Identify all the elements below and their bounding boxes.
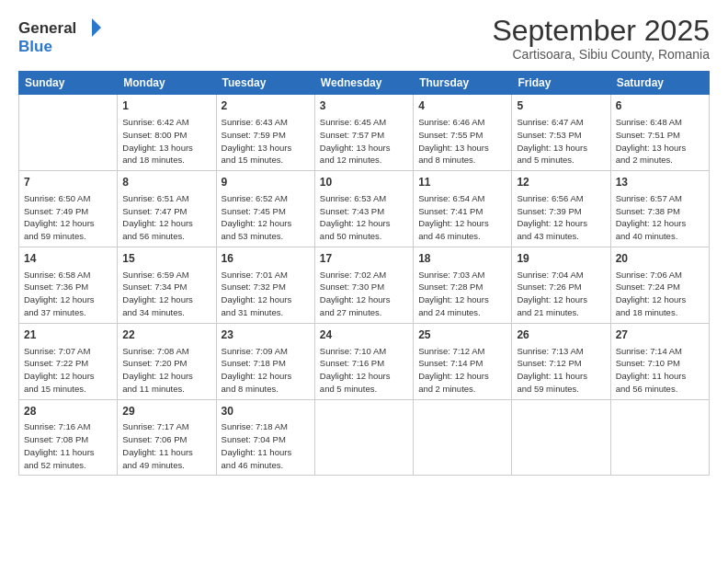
day-number: 18: [418, 251, 506, 267]
day-info: Sunrise: 7:02 AM Sunset: 7:30 PM Dayligh…: [320, 269, 408, 319]
table-row: [512, 399, 610, 476]
day-info: Sunrise: 7:18 AM Sunset: 7:04 PM Dayligh…: [222, 420, 310, 471]
title-block: September 2025 Cartisoara, Sibiu County,…: [492, 15, 710, 62]
table-row: 22Sunrise: 7:08 AM Sunset: 7:20 PM Dayli…: [118, 323, 216, 399]
day-number: 9: [222, 175, 310, 190]
day-info: Sunrise: 6:58 AM Sunset: 7:36 PM Dayligh…: [24, 269, 112, 319]
day-number: 2: [222, 98, 310, 114]
day-info: Sunrise: 7:16 AM Sunset: 7:08 PM Dayligh…: [24, 420, 112, 471]
table-row: 4Sunrise: 6:46 AM Sunset: 7:55 PM Daylig…: [414, 95, 512, 171]
day-number: 6: [616, 98, 704, 114]
day-info: Sunrise: 7:09 AM Sunset: 7:18 PM Dayligh…: [222, 345, 310, 396]
day-number: 28: [24, 404, 112, 419]
table-row: 3Sunrise: 6:45 AM Sunset: 7:57 PM Daylig…: [314, 95, 413, 171]
day-number: 14: [24, 251, 112, 267]
col-saturday: Saturday: [610, 72, 709, 95]
col-friday: Friday: [512, 72, 610, 95]
svg-marker-1: [92, 18, 101, 37]
day-info: Sunrise: 6:56 AM Sunset: 7:39 PM Dayligh…: [517, 192, 605, 243]
table-row: 12Sunrise: 6:56 AM Sunset: 7:39 PM Dayli…: [512, 171, 610, 247]
day-number: 27: [616, 327, 704, 343]
table-row: 1Sunrise: 6:42 AM Sunset: 8:00 PM Daylig…: [118, 95, 216, 171]
table-row: 14Sunrise: 6:58 AM Sunset: 7:36 PM Dayli…: [19, 247, 118, 323]
table-row: 7Sunrise: 6:50 AM Sunset: 7:49 PM Daylig…: [19, 171, 118, 247]
svg-text:Blue: Blue: [18, 38, 52, 55]
header: General Blue September 2025 Cartisoara, …: [18, 15, 710, 62]
day-info: Sunrise: 7:14 AM Sunset: 7:10 PM Dayligh…: [616, 345, 704, 396]
day-number: 5: [517, 98, 605, 114]
day-info: Sunrise: 6:51 AM Sunset: 7:47 PM Dayligh…: [122, 192, 210, 243]
logo-svg: General Blue: [18, 15, 101, 59]
day-number: 30: [222, 404, 310, 419]
day-number: 25: [418, 327, 506, 343]
day-info: Sunrise: 6:48 AM Sunset: 7:51 PM Dayligh…: [616, 116, 704, 167]
table-row: 15Sunrise: 6:59 AM Sunset: 7:34 PM Dayli…: [118, 247, 216, 323]
day-number: 22: [122, 327, 210, 343]
logo: General Blue: [18, 15, 101, 59]
table-row: 23Sunrise: 7:09 AM Sunset: 7:18 PM Dayli…: [216, 323, 314, 399]
day-info: Sunrise: 7:06 AM Sunset: 7:24 PM Dayligh…: [616, 269, 704, 319]
table-row: 24Sunrise: 7:10 AM Sunset: 7:16 PM Dayli…: [314, 323, 413, 399]
table-row: 25Sunrise: 7:12 AM Sunset: 7:14 PM Dayli…: [414, 323, 512, 399]
location-subtitle: Cartisoara, Sibiu County, Romania: [492, 47, 710, 62]
calendar-table: Sunday Monday Tuesday Wednesday Thursday…: [18, 71, 710, 476]
day-info: Sunrise: 7:17 AM Sunset: 7:06 PM Dayligh…: [122, 420, 210, 471]
calendar-header-row: Sunday Monday Tuesday Wednesday Thursday…: [19, 72, 710, 95]
day-number: 1: [122, 98, 210, 114]
day-info: Sunrise: 6:52 AM Sunset: 7:45 PM Dayligh…: [222, 192, 310, 243]
table-row: 30Sunrise: 7:18 AM Sunset: 7:04 PM Dayli…: [216, 399, 314, 476]
day-info: Sunrise: 6:57 AM Sunset: 7:38 PM Dayligh…: [616, 192, 704, 243]
day-number: 12: [517, 175, 605, 190]
table-row: 8Sunrise: 6:51 AM Sunset: 7:47 PM Daylig…: [118, 171, 216, 247]
calendar-week-row: 1Sunrise: 6:42 AM Sunset: 8:00 PM Daylig…: [19, 95, 710, 171]
day-info: Sunrise: 6:54 AM Sunset: 7:41 PM Dayligh…: [418, 192, 506, 243]
day-info: Sunrise: 6:50 AM Sunset: 7:49 PM Dayligh…: [24, 192, 112, 243]
day-info: Sunrise: 6:47 AM Sunset: 7:53 PM Dayligh…: [517, 116, 605, 167]
calendar-week-row: 28Sunrise: 7:16 AM Sunset: 7:08 PM Dayli…: [19, 399, 710, 476]
month-title: September 2025: [492, 15, 710, 47]
day-number: 26: [517, 327, 605, 343]
day-number: 4: [418, 98, 506, 114]
col-wednesday: Wednesday: [314, 72, 413, 95]
day-number: 23: [222, 327, 310, 343]
table-row: 29Sunrise: 7:17 AM Sunset: 7:06 PM Dayli…: [118, 399, 216, 476]
day-info: Sunrise: 6:43 AM Sunset: 7:59 PM Dayligh…: [222, 116, 310, 167]
calendar-week-row: 21Sunrise: 7:07 AM Sunset: 7:22 PM Dayli…: [19, 323, 710, 399]
col-monday: Monday: [118, 72, 216, 95]
table-row: 20Sunrise: 7:06 AM Sunset: 7:24 PM Dayli…: [610, 247, 709, 323]
day-info: Sunrise: 6:59 AM Sunset: 7:34 PM Dayligh…: [122, 269, 210, 319]
table-row: 9Sunrise: 6:52 AM Sunset: 7:45 PM Daylig…: [216, 171, 314, 247]
table-row: 17Sunrise: 7:02 AM Sunset: 7:30 PM Dayli…: [314, 247, 413, 323]
table-row: [314, 399, 413, 476]
day-info: Sunrise: 7:03 AM Sunset: 7:28 PM Dayligh…: [418, 269, 506, 319]
day-number: 17: [320, 251, 408, 267]
day-info: Sunrise: 7:01 AM Sunset: 7:32 PM Dayligh…: [222, 269, 310, 319]
day-number: 10: [320, 175, 408, 190]
calendar-week-row: 7Sunrise: 6:50 AM Sunset: 7:49 PM Daylig…: [19, 171, 710, 247]
day-info: Sunrise: 7:07 AM Sunset: 7:22 PM Dayligh…: [24, 345, 112, 396]
table-row: 26Sunrise: 7:13 AM Sunset: 7:12 PM Dayli…: [512, 323, 610, 399]
table-row: 18Sunrise: 7:03 AM Sunset: 7:28 PM Dayli…: [414, 247, 512, 323]
day-info: Sunrise: 6:46 AM Sunset: 7:55 PM Dayligh…: [418, 116, 506, 167]
day-number: 20: [616, 251, 704, 267]
day-number: 19: [517, 251, 605, 267]
day-number: 21: [24, 327, 112, 343]
table-row: 6Sunrise: 6:48 AM Sunset: 7:51 PM Daylig…: [610, 95, 709, 171]
svg-text:General: General: [18, 19, 76, 37]
day-info: Sunrise: 7:04 AM Sunset: 7:26 PM Dayligh…: [517, 269, 605, 319]
day-number: 16: [222, 251, 310, 267]
col-thursday: Thursday: [414, 72, 512, 95]
table-row: 5Sunrise: 6:47 AM Sunset: 7:53 PM Daylig…: [512, 95, 610, 171]
col-tuesday: Tuesday: [216, 72, 314, 95]
table-row: [19, 95, 118, 171]
col-sunday: Sunday: [19, 72, 118, 95]
table-row: 21Sunrise: 7:07 AM Sunset: 7:22 PM Dayli…: [19, 323, 118, 399]
table-row: 10Sunrise: 6:53 AM Sunset: 7:43 PM Dayli…: [314, 171, 413, 247]
day-number: 29: [122, 404, 210, 419]
day-number: 11: [418, 175, 506, 190]
day-info: Sunrise: 7:12 AM Sunset: 7:14 PM Dayligh…: [418, 345, 506, 396]
table-row: 19Sunrise: 7:04 AM Sunset: 7:26 PM Dayli…: [512, 247, 610, 323]
day-info: Sunrise: 7:13 AM Sunset: 7:12 PM Dayligh…: [517, 345, 605, 396]
day-number: 7: [24, 175, 112, 190]
page: General Blue September 2025 Cartisoara, …: [0, 0, 728, 563]
